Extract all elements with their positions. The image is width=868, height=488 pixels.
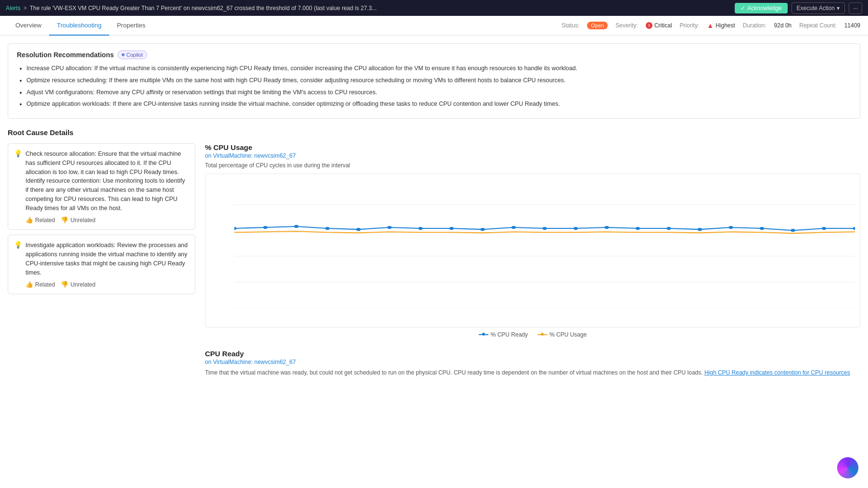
card-text-2: Investigate application workloads: Revie…: [15, 241, 188, 277]
check-icon: ✓: [740, 5, 745, 12]
resolution-title: Resolution Recommendations: [17, 51, 114, 59]
resolution-box: Resolution Recommendations Copilot Incre…: [8, 43, 860, 119]
svg-point-24: [357, 228, 361, 231]
legend-cpu-ready-label: % CPU Ready: [491, 331, 528, 338]
card-1-related-button[interactable]: 👍 Related: [26, 216, 55, 224]
list-item: Optimize application workloads: If there…: [26, 100, 851, 109]
info-icon: 💡: [14, 150, 22, 157]
svg-point-28: [481, 228, 485, 231]
cpu-ready-legend-line: [479, 334, 488, 335]
status-label: Status:: [562, 22, 579, 29]
cpu-ready-highlight: High CPU Ready indicates contention for …: [704, 369, 850, 376]
main-content: Resolution Recommendations Copilot Incre…: [0, 36, 868, 484]
thumbs-down-icon: 👎: [61, 216, 68, 224]
root-cause-layout: 💡 Check resource allocation: Ensure that…: [8, 143, 860, 377]
tab-troubleshooting[interactable]: Troubleshooting: [49, 16, 109, 36]
tab-properties[interactable]: Properties: [109, 16, 153, 36]
user-avatar[interactable]: [837, 457, 858, 478]
copilot-dot-icon: [122, 53, 125, 56]
cpu-ready-subtitle: on VirtualMachine: newvcsim62_67: [205, 359, 860, 365]
card-1-unrelated-button[interactable]: 👎 Unrelated: [61, 216, 95, 224]
breadcrumb-bar: Alerts > The rule 'VW-ESX VM CPU Ready G…: [0, 0, 868, 16]
svg-point-30: [543, 227, 547, 230]
more-options-button[interactable]: ···: [849, 2, 862, 14]
svg-point-31: [574, 227, 578, 230]
tab-overview[interactable]: Overview: [8, 16, 49, 36]
duration-label: Duration:: [743, 22, 766, 29]
section-title: Root Cause Details: [8, 128, 860, 137]
priority-item: ▲ Highest: [707, 22, 735, 29]
repeat-label: Repeat Count:: [799, 22, 836, 29]
chevron-down-icon: ▾: [837, 5, 840, 12]
svg-point-29: [511, 226, 516, 229]
tab-bar: Overview Troubleshooting Properties Stat…: [0, 16, 868, 36]
svg-point-39: [822, 227, 826, 230]
thumbs-up-icon: 👍: [26, 216, 33, 224]
duration-value: 92d 0h: [774, 22, 792, 29]
chart-wrapper: 0.4 0.32 0.24 0.16 0.08 0 17:40 PM 17:50…: [205, 174, 860, 327]
alert-meta: Status: Open Severity: ! Critical Priori…: [562, 22, 860, 29]
breadcrumb-actions: ✓ Acknowledge Execute Action ▾ ···: [735, 2, 862, 14]
chart-title: % CPU Usage: [205, 143, 860, 151]
breadcrumb: Alerts > The rule 'VW-ESX VM CPU Ready G…: [6, 5, 735, 12]
chart-legend: % CPU Ready % CPU Usage: [205, 331, 860, 338]
cpu-usage-legend-line: [537, 334, 547, 335]
resolution-list: Increase CPU allocation: If the virtual …: [17, 64, 851, 109]
breadcrumb-alerts-link[interactable]: Alerts: [6, 5, 21, 12]
severity-value: Critical: [654, 22, 672, 29]
svg-point-27: [449, 227, 454, 230]
thumbs-up-icon-2: 👍: [26, 281, 33, 288]
breadcrumb-title: The rule 'VW-ESX VM CPU Ready Greater Th…: [30, 5, 377, 12]
svg-point-37: [760, 227, 764, 230]
priority-icon: ▲: [707, 22, 714, 29]
svg-point-32: [605, 226, 609, 229]
info-icon-2: 💡: [14, 241, 22, 249]
svg-point-25: [387, 226, 392, 229]
critical-icon: !: [646, 22, 652, 29]
svg-point-34: [667, 227, 671, 230]
chart-subtitle: on VirtualMachine: newvcsim62_67: [205, 152, 860, 159]
card-text-1: Check resource allocation: Ensure that t…: [15, 150, 188, 213]
status-badge: Open: [587, 22, 608, 29]
svg-point-40: [853, 227, 855, 230]
root-cause-card-2: 💡 Investigate application workloads: Rev…: [8, 235, 195, 294]
legend-item-cpu-ready: % CPU Ready: [479, 331, 528, 338]
svg-point-26: [419, 227, 423, 230]
card-2-unrelated-button[interactable]: 👎 Unrelated: [61, 281, 95, 288]
chart-area: % CPU Usage on VirtualMachine: newvcsim6…: [205, 143, 860, 377]
avatar-inner: [837, 457, 858, 478]
cpu-ready-section: CPU Ready on VirtualMachine: newvcsim62_…: [205, 350, 860, 377]
root-cause-section: Root Cause Details 💡 Check resource allo…: [8, 128, 860, 377]
cpu-usage-chart-svg: 0.4 0.32 0.24 0.16 0.08 0 17:40 PM 17:50…: [234, 179, 855, 308]
acknowledge-button[interactable]: ✓ Acknowledge: [735, 3, 787, 13]
svg-point-21: [263, 226, 268, 229]
list-item: Adjust VM configurations: Remove any CPU…: [26, 88, 851, 97]
card-2-related-button[interactable]: 👍 Related: [26, 281, 55, 288]
card-1-actions: 👍 Related 👎 Unrelated: [15, 216, 188, 224]
svg-point-38: [791, 229, 795, 232]
severity-item: ! Critical: [646, 22, 672, 29]
list-item: Optimize resource scheduling: If there a…: [26, 76, 851, 85]
root-cause-cards: 💡 Check resource allocation: Ensure that…: [8, 143, 195, 377]
copilot-badge: Copilot: [117, 50, 147, 59]
list-item: Increase CPU allocation: If the virtual …: [26, 64, 851, 73]
svg-point-23: [325, 227, 330, 230]
card-2-actions: 👍 Related 👎 Unrelated: [15, 281, 188, 288]
severity-label: Severity:: [615, 22, 638, 29]
chart-description: Total percentage of CPU cycles in use du…: [205, 162, 860, 169]
svg-point-36: [729, 226, 733, 229]
svg-point-35: [698, 228, 702, 231]
legend-item-cpu-usage: % CPU Usage: [537, 331, 587, 338]
breadcrumb-separator: >: [24, 5, 27, 12]
tab-list: Overview Troubleshooting Properties: [8, 16, 153, 35]
resolution-header: Resolution Recommendations Copilot: [17, 50, 851, 59]
root-cause-card-1: 💡 Check resource allocation: Ensure that…: [8, 143, 195, 230]
legend-cpu-usage-label: % CPU Usage: [549, 331, 587, 338]
svg-point-20: [234, 227, 237, 230]
priority-value: Highest: [715, 22, 735, 29]
thumbs-down-icon-2: 👎: [61, 281, 68, 288]
execute-action-button[interactable]: Execute Action ▾: [791, 2, 845, 14]
cpu-ready-description: Time that the virtual machine was ready,…: [205, 368, 860, 377]
priority-label: Priority:: [680, 22, 700, 29]
repeat-value: 11409: [844, 22, 860, 29]
